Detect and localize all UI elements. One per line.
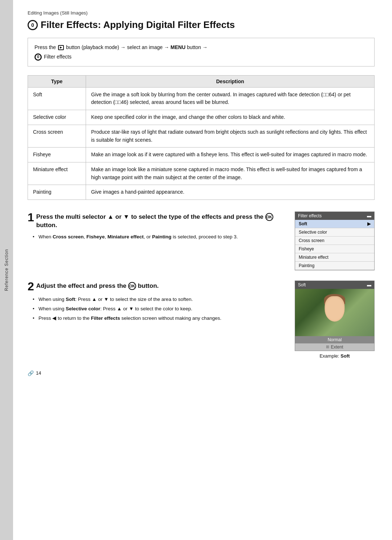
breadcrumb: Editing Images (Still Images) [28,10,375,16]
step2-bullet3: Press ◀ to return to the Filter effects … [33,315,283,322]
panel-item[interactable]: Soft [295,220,374,228]
example-label: Example: Soft [295,353,375,359]
table-cell-desc: Give the image a soft look by blurring f… [86,87,375,110]
step1-section: 1 Press the multi selector ▲ or ▼ to sel… [28,211,375,270]
table-cell-type: Cross screen [28,125,86,147]
table-cell-type: Miniature effect [28,162,86,185]
col-type-header: Type [28,75,86,87]
step2-bullet2: When using Selective color: Press ▲ or ▼… [33,305,283,313]
panel-item[interactable]: Fisheye [295,245,374,253]
step1-left: 1 Press the multi selector ▲ or ▼ to sel… [28,211,283,270]
normal-bar: Normal [295,336,374,343]
soft-image-preview [295,289,374,336]
table-row: SoftGive the image a soft look by blurri… [28,87,375,110]
step2-left: 2 Adjust the effect and press the OK but… [28,281,283,359]
panel-item[interactable]: Miniature effect [295,253,374,262]
filter-effects-icon: 0 [28,20,38,30]
step1-panel: Filter effects ▬ SoftSelective colorCros… [295,211,375,270]
step1-heading-text: Press the multi selector ▲ or ▼ to selec… [36,211,283,230]
filter-effects-panel: Filter effects ▬ SoftSelective colorCros… [295,211,375,270]
filter-link-icon: 0 [34,53,42,61]
step2-heading: 2 Adjust the effect and press the OK but… [28,281,283,292]
panel-item[interactable]: Cross screen [295,237,374,245]
ok-button-icon-2: OK [128,282,136,290]
page-title-text: Filter Effects: Applying Digital Filter … [41,19,235,31]
table-cell-desc: Keep one specified color in the image, a… [86,110,375,125]
table-cell-desc: Make an image look like a miniature scen… [86,162,375,185]
step1-heading: 1 Press the multi selector ▲ or ▼ to sel… [28,211,283,230]
ok-button-icon-1: OK [265,213,273,221]
page-wrapper: Reference Section Editing Images (Still … [0,0,392,540]
step2-heading-text: Adjust the effect and press the OK butto… [36,281,159,290]
table-cell-type: Fisheye [28,148,86,162]
nav-instruction: Press the button (playback mode) → selec… [34,43,368,51]
page-title: 0 Filter Effects: Applying Digital Filte… [28,19,375,31]
face-shape [325,296,345,322]
step1-bullet1: When Cross screen, Fisheye, Miniature ef… [33,233,283,241]
table-row: PaintingGive images a hand-painted appea… [28,185,375,200]
filter-effects-table: Type Description SoftGive the image a so… [28,75,375,200]
footer-page: 14 [36,370,41,376]
side-tab: Reference Section [0,0,13,540]
table-row: Cross screenProduce star-like rays of li… [28,125,375,147]
filter-effects-link: 0 Filter effects [34,53,368,61]
step1-bullets: When Cross screen, Fisheye, Miniature ef… [28,233,283,241]
panel-item[interactable]: Selective color [295,228,374,237]
table-cell-type: Selective color [28,110,86,125]
nav-box: Press the button (playback mode) → selec… [28,38,375,67]
panel-item[interactable]: Painting [295,262,374,270]
step2-section: 2 Adjust the effect and press the OK but… [28,281,375,359]
sidebar-label: Reference Section [4,249,9,291]
table-cell-type: Painting [28,185,86,200]
col-description-header: Description [86,75,375,87]
playback-icon [58,45,64,50]
table-cell-desc: Make an image look as if it were capture… [86,148,375,162]
panel-title-1: Filter effects ▬ [295,212,374,220]
table-cell-desc: Give images a hand-painted appearance. [86,185,375,200]
table-row: Miniature effectMake an image look like … [28,162,375,185]
step2-bullets: When using Soft: Press ▲ or ▼ to select … [28,296,283,322]
table-cell-desc: Produce star-like rays of light that rad… [86,125,375,147]
panel-items: SoftSelective colorCross screenFisheyeMi… [295,220,374,270]
table-row: Selective colorKeep one specified color … [28,110,375,125]
step1-number: 1 [28,211,34,223]
page-footer: 🔗 14 [28,370,375,376]
soft-panel-title: Soft ▬ [295,281,374,289]
table-row: FisheyeMake an image look as if it were … [28,148,375,162]
nav-link-text: Filter effects [44,53,72,61]
step2-number: 2 [28,281,34,292]
extent-bar: ⊞ Extent [295,343,374,351]
step2-panel: Soft ▬ Normal ⊞ Extent Example: Soft [295,281,375,359]
table-cell-type: Soft [28,87,86,110]
step2-bullet1: When using Soft: Press ▲ or ▼ to select … [33,296,283,303]
main-content: Editing Images (Still Images) 0 Filter E… [13,0,392,540]
soft-preview-panel: Soft ▬ Normal ⊞ Extent [295,281,375,351]
footer-icon: 🔗 [28,370,34,376]
